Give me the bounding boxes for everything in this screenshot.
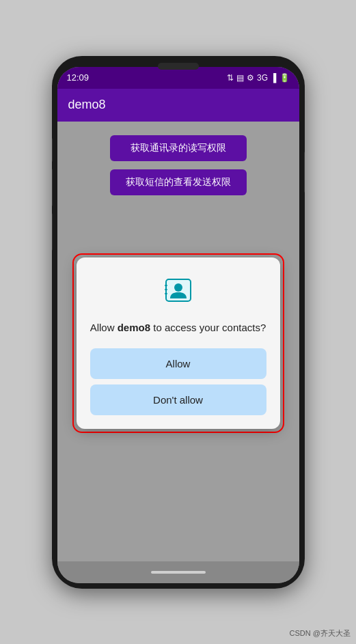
svg-point-1 (174, 283, 182, 292)
sync-icon: ⇅ (227, 73, 234, 83)
volume-up-button (52, 138, 53, 162)
app-bar: demo8 (57, 89, 299, 122)
phone-shell: 12:09 ⇅ ▤ ⚙ 3G ▐ 🔋 demo8 获取通讯录的读写权限 (52, 56, 305, 589)
dialog-overlay: Allow demo8 to access your contacts? All… (72, 253, 284, 433)
svg-rect-3 (165, 289, 167, 290)
sim-icon: ▤ (236, 73, 244, 83)
read-sms-button[interactable]: 获取短信的查看发送权限 (110, 169, 247, 195)
status-bar: 12:09 ⇅ ▤ ⚙ 3G ▐ 🔋 (57, 67, 299, 89)
main-content: 获取通讯录的读写权限 获取短信的查看发送权限 (57, 122, 299, 561)
screen: 12:09 ⇅ ▤ ⚙ 3G ▐ 🔋 demo8 获取通讯录的读写权限 (57, 67, 299, 583)
battery-icon: 🔋 (279, 73, 290, 83)
app-title: demo8 (68, 98, 106, 112)
allow-button[interactable]: Allow (90, 348, 266, 379)
watermark: CSDN @齐天大圣 (290, 628, 351, 639)
network-label: 3G (257, 73, 268, 83)
svg-rect-4 (165, 293, 167, 294)
silent-switch (52, 213, 53, 251)
dialog-message: Allow demo8 to access your contacts? (90, 320, 266, 335)
read-contacts-button[interactable]: 获取通讯录的读写权限 (110, 135, 247, 161)
contacts-icon (162, 274, 195, 309)
home-indicator (151, 571, 206, 574)
settings-icon: ⚙ (247, 73, 254, 83)
status-time: 12:09 (67, 72, 90, 83)
signal-icon: ▐ (271, 73, 277, 83)
dialog-red-border: Allow demo8 to access your contacts? All… (72, 253, 284, 433)
volume-down-button (52, 169, 53, 206)
dialog-app-name: demo8 (118, 322, 150, 333)
bottom-bar (57, 561, 299, 583)
deny-button[interactable]: Don't allow (90, 384, 266, 415)
status-icons: ⇅ ▤ ⚙ 3G ▐ 🔋 (227, 73, 290, 83)
power-button (304, 152, 305, 193)
svg-rect-2 (165, 285, 167, 286)
permission-dialog: Allow demo8 to access your contacts? All… (77, 257, 280, 429)
